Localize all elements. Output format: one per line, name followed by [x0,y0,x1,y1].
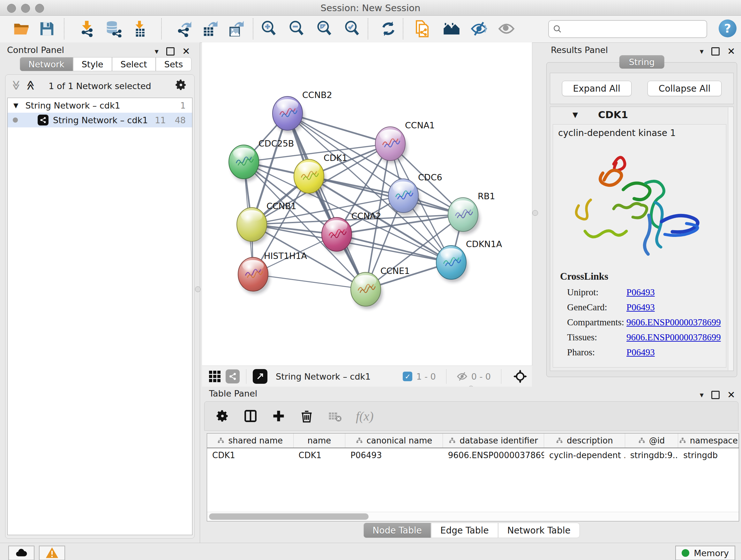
table-panel-close-icon[interactable]: ✕ [727,390,735,400]
open-session-button[interactable] [12,19,30,38]
tab-sets[interactable]: Sets [156,57,192,71]
results-scrollbar[interactable] [728,107,733,370]
right-splitter-handle[interactable] [532,210,538,216]
control-panel-close-icon[interactable]: ✕ [182,47,190,56]
table-cell[interactable]: stringdb:9... [625,448,678,462]
warnings-button[interactable] [39,546,65,560]
network-options-gear-icon[interactable] [175,78,187,92]
zoom-fit-button[interactable] [315,19,334,38]
crosslink-link[interactable]: P06493 [626,287,655,298]
show-columns-icon[interactable] [244,409,258,423]
detach-view-button[interactable] [253,369,267,384]
toolbar-search [548,20,707,38]
gene-section-header[interactable]: ▼ CDK1 [550,107,733,124]
table-panel-maximize-icon[interactable] [711,391,720,399]
table-cell[interactable]: stringdb [678,448,739,462]
help-button[interactable]: ? [719,19,737,37]
node-CDK1[interactable]: CDK1 [294,153,347,196]
column-header--id[interactable]: @id [625,434,678,448]
gene-symbol: CDK1 [598,109,628,120]
export-network-button[interactable] [175,19,193,38]
tab-string[interactable]: String [619,55,664,69]
clone-network-button[interactable] [413,19,431,38]
birds-eye-view-icon[interactable] [514,370,527,383]
string-network-graph[interactable]: CCNB2CCNA1CDC25BCDK1CDC6RB1CCNB1CCNA2CDK… [202,43,532,366]
network-collection-row[interactable]: ▼ String Network – cdk1 1 [8,98,192,113]
table-settings-gear-icon[interactable] [215,409,229,423]
tab-style[interactable]: Style [73,57,112,71]
table-cell[interactable]: P06493 [345,448,443,462]
table-cell[interactable]: cyclin-dependent ... [544,448,625,462]
delete-column-trash-icon[interactable] [300,409,314,423]
search-input[interactable] [562,22,706,36]
tab-network-table[interactable]: Network Table [498,523,580,538]
control-panel-float-icon[interactable]: ▾ [155,48,158,55]
grid-view-icon[interactable] [209,371,220,382]
toolbar-separator [367,18,368,39]
network-tree: ▼ String Network – cdk1 1 String Network… [7,98,192,535]
results-panel-close-icon[interactable]: ✕ [727,47,735,56]
left-splitter-handle[interactable] [195,287,201,292]
export-table-button[interactable] [201,19,219,38]
node-CDC6[interactable]: CDC6 [388,172,442,215]
add-column-plus-icon[interactable] [272,409,286,423]
node-CDKN1A[interactable]: CDKN1A [436,239,502,282]
apply-layout-button[interactable] [379,19,398,38]
import-network-database-button[interactable] [104,19,123,38]
node-table[interactable]: shared namenamecanonical namedatabase id… [207,433,739,521]
expand-all-button[interactable]: Expand All [562,81,631,96]
edge-CCNE1-HIST1H1A[interactable] [253,274,366,289]
gene-collapse-arrow[interactable]: ▼ [572,111,578,119]
selected-checkbox-icon[interactable]: ✓ [403,372,412,381]
hide-selected-button[interactable] [470,19,488,38]
node-CCNA1[interactable]: CCNA1 [375,120,435,164]
table-horizontal-scrollbar[interactable] [207,512,739,521]
save-session-button[interactable] [38,19,56,38]
collection-expand-arrow[interactable]: ▼ [13,102,18,109]
column-header-database-identifier[interactable]: database identifier [443,434,544,448]
zoom-selected-button[interactable] [343,19,361,38]
show-all-button[interactable] [497,19,516,38]
results-panel-maximize-icon[interactable] [711,47,720,56]
zoom-out-button[interactable] [287,19,306,38]
crosslink-link[interactable]: 9606.ENSP00000378699 [626,317,721,327]
collection-label: String Network – cdk1 [25,101,120,111]
export-image-button[interactable] [227,19,246,38]
save-floppy-icon [38,20,56,37]
tab-edge-table[interactable]: Edge Table [431,523,498,538]
control-panel-maximize-icon[interactable] [166,47,175,56]
table-cell[interactable]: 9606.ENSP00000378699 [443,448,544,462]
network-row[interactable]: String Network – cdk1 11 48 [8,113,192,127]
table-panel-float-icon[interactable]: ▾ [700,391,704,399]
column-header-name[interactable]: name [293,434,346,448]
column-header-shared-name[interactable]: shared name [207,434,293,448]
table-scrollbar-thumb[interactable] [209,513,368,520]
table-row[interactable]: CDK1CDK1P064939606.ENSP00000378699cyclin… [207,448,739,462]
first-neighbors-button[interactable] [442,19,461,38]
node-CCNE1[interactable]: CCNE1 [351,266,410,309]
column-header-canonical-name[interactable]: canonical name [345,434,443,448]
network-view-type-icon[interactable] [226,369,240,383]
crosslink-link[interactable]: P06493 [626,347,655,358]
tab-node-table[interactable]: Node Table [363,523,431,538]
crosslink-link[interactable]: 9606.ENSP00000378699 [626,332,721,343]
crosslink-link[interactable]: P06493 [626,302,655,313]
tab-network[interactable]: Network [20,57,73,71]
collapse-all-button[interactable]: Collapse All [648,81,722,96]
node-RB1[interactable]: RB1 [448,191,495,234]
column-header-namespace[interactable]: namespace [678,434,739,448]
tab-select[interactable]: Select [112,57,156,71]
table-cell[interactable]: CDK1 [293,448,346,462]
cloud-status-button[interactable] [8,546,35,560]
import-network-file-button[interactable] [78,19,96,38]
node-HIST1H1A[interactable]: HIST1H1A [238,251,307,294]
zoom-in-button[interactable] [260,19,278,38]
network-canvas[interactable]: CCNB2CCNA1CDC25BCDK1CDC6RB1CCNB1CCNA2CDK… [202,43,532,366]
memory-button[interactable]: Memory [675,546,735,560]
column-header-description[interactable]: description [544,434,625,448]
zoom-fit-icon [316,20,333,37]
import-table-file-button[interactable] [130,19,149,38]
edge-CCNB2-CCNE1[interactable] [287,113,366,289]
table-cell[interactable]: CDK1 [207,448,293,462]
results-panel-float-icon[interactable]: ▾ [700,48,704,55]
